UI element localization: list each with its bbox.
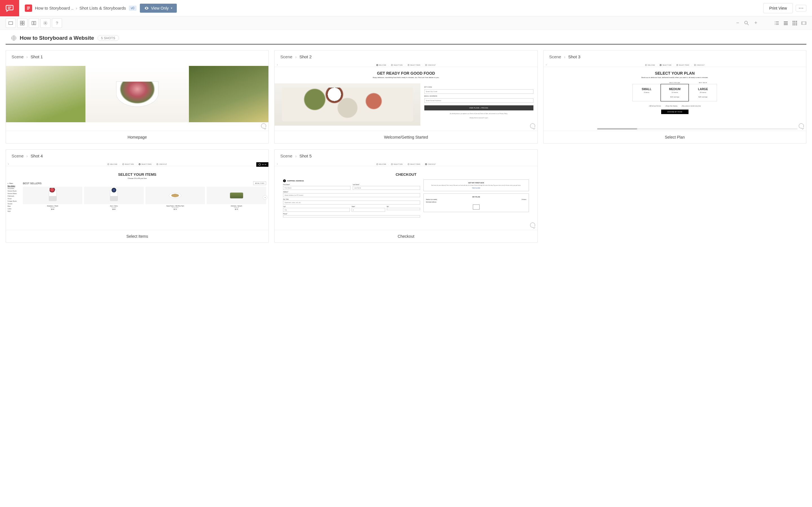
shot-thumbnail: NOW ENTERING THE CHAT: SPRING Chef-craft… <box>6 63 268 131</box>
carousel-next-icon: › <box>263 195 267 200</box>
globe-icon <box>11 36 16 41</box>
legal-text: By clicking above, you agree to our Term… <box>424 113 534 115</box>
shot-thumbnail: ‹ ✓WELCOME› 2SELECT SIZE› 3SELECT ITEMS›… <box>544 63 806 131</box>
section-title: GET READY FOR GOOD FOOD <box>373 71 439 75</box>
view-rows-button[interactable] <box>783 20 788 25</box>
choose-food-button: CHOOSE MY FOOD <box>661 110 689 114</box>
zoom-out-button[interactable]: − <box>736 20 739 26</box>
filters-toggle: ≡ Filters <box>8 182 21 184</box>
svg-rect-5 <box>22 21 24 23</box>
more-menu-button[interactable] <box>796 5 806 11</box>
ellipsis-icon <box>799 8 803 9</box>
shot-caption: Homepage <box>6 131 268 144</box>
back-icon: ‹ <box>277 163 278 165</box>
view-plans-button: VIEW PLANS + PRICING <box>424 105 534 110</box>
shot-card[interactable]: Scene › Shot 2 ‹ 1WELCOME› 2SELECT SIZE›… <box>274 50 538 144</box>
svg-point-11 <box>745 21 748 24</box>
my-plan-panel: MY PLAN Medium box weekly14 items Estima… <box>423 193 529 212</box>
svg-rect-20 <box>796 24 797 25</box>
last-name-input: Last Name <box>353 186 420 190</box>
scene-label: Scene <box>11 54 24 59</box>
shot-caption: Select Items <box>6 230 268 242</box>
svg-rect-15 <box>793 22 794 24</box>
product-card: Artichoke + Spinach Flatbread $9.79 <box>207 187 266 210</box>
shot-caption: Select Plan <box>544 131 806 144</box>
calendar-icon <box>473 205 479 210</box>
chevron-right-icon: › <box>27 54 28 59</box>
first-name-input: First Name <box>283 186 350 190</box>
chevron-down-icon: ▾ <box>171 6 172 10</box>
back-icon: ‹ <box>8 163 9 165</box>
comment-icon[interactable] <box>530 223 535 228</box>
settings-button[interactable] <box>40 18 50 28</box>
svg-rect-3 <box>9 22 13 24</box>
help-button[interactable]: ? <box>52 18 62 28</box>
breadcrumb-project[interactable]: How to Storyboard .. <box>35 6 73 10</box>
svg-rect-12 <box>793 21 794 22</box>
shot-card[interactable]: Scene › Shot 4 ‹ ✓WELCOME› ✓SELECT SIZE›… <box>6 149 269 243</box>
chat-icon <box>5 4 14 12</box>
comment-icon[interactable] <box>261 123 266 128</box>
svg-rect-21 <box>802 22 806 24</box>
chevron-right-icon: › <box>295 154 297 158</box>
svg-rect-17 <box>796 22 797 24</box>
add-all-button: ADD ALL TO BOX <box>253 181 266 185</box>
svg-rect-13 <box>794 21 795 22</box>
shot-label: Shot 4 <box>31 154 43 158</box>
address-input: Street Address (no PO boxes) <box>283 193 420 197</box>
top-bar: How to Storyboard .. › Shot Lists & Stor… <box>0 0 812 16</box>
zip-input <box>387 208 420 210</box>
view-grid-button[interactable] <box>792 20 797 25</box>
storyboard-grid: Scene › Shot 1 NOW ENTERING THE CHAT: SP… <box>0 45 812 248</box>
zoom-in-button[interactable]: + <box>754 20 757 26</box>
svg-point-1 <box>801 8 802 8</box>
print-view-button[interactable]: Print View <box>763 3 793 13</box>
breadcrumb-section[interactable]: Shot Lists & Storyboards <box>80 6 126 10</box>
scene-label: Scene <box>280 54 292 59</box>
shot-thumbnail: ‹ ✓WELCOME› ✓SELECT SIZE› 3SELECT ITEMS›… <box>6 162 268 230</box>
layout-split-button[interactable] <box>29 18 39 28</box>
layout-single-button[interactable] <box>6 18 16 28</box>
apt-input: Apartment, suite, unit, etc. <box>283 201 420 205</box>
layout-grid-button[interactable] <box>17 18 28 28</box>
shot-thumbnail: ‹ ✓WELCOME› ✓SELECT SIZE› ✓SELECT ITEMS›… <box>274 162 537 230</box>
eye-icon <box>144 6 149 10</box>
page-title: How to Storyboard a Website <box>20 35 94 41</box>
shot-label: Shot 3 <box>568 54 580 59</box>
shot-card[interactable]: Scene › Shot 1 NOW ENTERING THE CHAT: SP… <box>6 50 269 144</box>
email-label: EMAIL ADDRESS <box>424 95 534 97</box>
phone-input <box>283 215 420 217</box>
view-filmstrip-button[interactable] <box>801 20 806 25</box>
brand-logo[interactable] <box>0 0 19 16</box>
login-link: Already have an account? Log in <box>424 117 534 119</box>
section-title: CHECKOUT <box>274 172 537 177</box>
checkout-stepper: ‹ ✓WELCOME› ✓SELECT SIZE› 3SELECT ITEMS›… <box>6 162 268 166</box>
comment-icon[interactable] <box>799 123 804 128</box>
shot-label: Shot 5 <box>299 154 312 158</box>
comment-icon[interactable] <box>530 123 535 128</box>
view-order-link: View my order <box>426 187 526 189</box>
svg-rect-9 <box>34 21 36 25</box>
section-subtitle: Stock up on delicious food, delivered ex… <box>583 76 767 78</box>
perk-row: $25 off your first box Always free shipp… <box>544 105 806 107</box>
category-sidebar: ≡ Filters Best Sellers Smoothies Harvest… <box>6 181 23 213</box>
zip-label: ZIP CODE <box>424 86 534 88</box>
shot-label: Shot 2 <box>299 54 312 59</box>
view-only-dropdown[interactable]: View Only ▾ <box>140 4 177 13</box>
product-card: Acai + Cherry Smoothie $8.49 <box>84 187 144 210</box>
view-list-button[interactable] <box>774 20 779 25</box>
svg-rect-6 <box>20 23 22 25</box>
shot-card[interactable]: Scene › Shot 3 ‹ ✓WELCOME› 2SELECT SIZE›… <box>543 50 806 144</box>
svg-rect-18 <box>793 24 794 25</box>
back-icon: ‹ <box>277 64 278 66</box>
section-subtitle: Choose 14 to fill your box <box>6 177 268 179</box>
view-only-label: View Only <box>151 6 169 10</box>
search-icon[interactable] <box>744 20 749 25</box>
product-card: Sweet Potato + Wild Rice Hash Harvest Bo… <box>146 187 205 210</box>
version-badge[interactable]: v0 <box>129 6 137 11</box>
chevron-right-icon: › <box>76 6 77 10</box>
shot-card[interactable]: Scene › Shot 5 ‹ ✓WELCOME› ✓SELECT SIZE›… <box>274 149 538 243</box>
back-icon: ‹ <box>546 64 547 66</box>
secondary-toolbar: ? − + <box>0 16 812 30</box>
state-select: ▾ <box>352 208 385 212</box>
